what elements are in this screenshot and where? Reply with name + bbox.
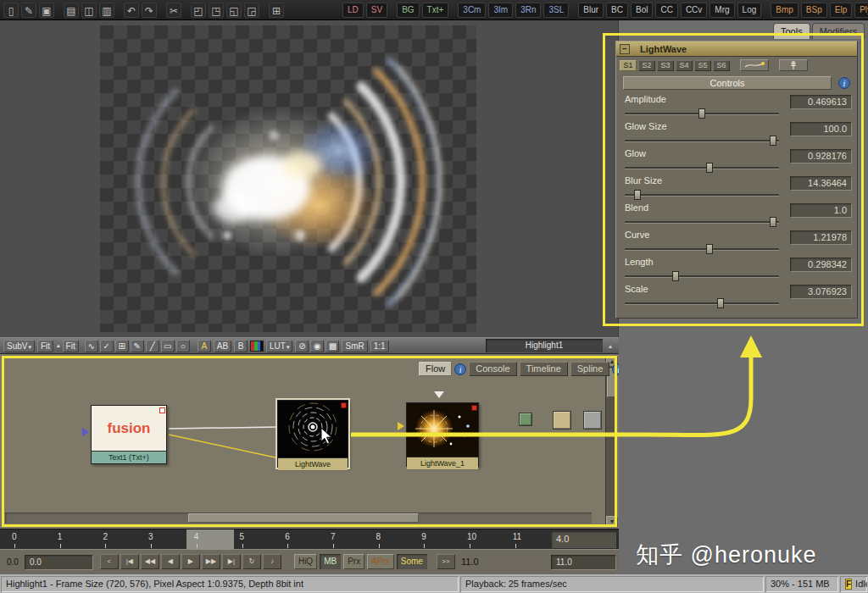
grid-icon[interactable]: ⊞	[269, 3, 284, 18]
tool-button-cc[interactable]: CC	[655, 3, 677, 18]
slider-value-field[interactable]: 1.21978	[790, 230, 851, 244]
slider-value-field[interactable]: 0.298342	[790, 258, 851, 271]
play-reverse-icon[interactable]: ◀	[161, 554, 180, 569]
jump-back-icon[interactable]: <	[100, 554, 119, 569]
tool-button-txt+[interactable]: Txt+	[422, 3, 449, 18]
wave-icon[interactable]: ∿	[85, 340, 98, 352]
tool-button-bmp[interactable]: Bmp	[771, 3, 798, 18]
rectangle-icon[interactable]: ▭	[161, 340, 175, 352]
copy-icon[interactable]: ◫	[81, 3, 97, 18]
fast-reverse-icon[interactable]: ◀◀	[141, 554, 159, 569]
slider-track[interactable]	[625, 275, 779, 277]
tab-controls[interactable]: Controls	[623, 76, 832, 90]
import-icon[interactable]: ▤	[64, 3, 79, 18]
tool-button-3rn[interactable]: 3Rn	[515, 3, 541, 18]
collapse-button[interactable]: −	[620, 44, 630, 54]
quality-mb[interactable]: MB	[320, 554, 341, 569]
tool-button-bsp[interactable]: BSp	[801, 3, 827, 18]
goto-start-icon[interactable]: |◀	[120, 554, 139, 569]
slider-handle[interactable]	[717, 298, 724, 308]
select-icon[interactable]: ✓	[100, 340, 114, 352]
tool-button-bol[interactable]: Bol	[631, 3, 653, 18]
minimized-node-green[interactable]	[519, 413, 532, 426]
tool-button-log[interactable]: Log	[737, 3, 762, 18]
save-icon[interactable]: ▣	[39, 3, 54, 18]
ellipse-icon[interactable]: ○	[176, 340, 190, 352]
quality-some[interactable]: Some	[397, 554, 427, 569]
tool-button-blur[interactable]: Blur	[578, 3, 604, 18]
toolbar-scroll-icon[interactable]: ▴	[605, 342, 615, 350]
layout-right-icon[interactable]: ◳	[209, 3, 224, 18]
tool-button-3cm[interactable]: 3Cm	[458, 3, 486, 18]
minimized-node-gray[interactable]	[583, 411, 602, 430]
new-icon[interactable]: ▯	[3, 3, 19, 18]
tool-button-elp[interactable]: Elp	[830, 3, 852, 18]
info-icon[interactable]: i	[838, 77, 850, 89]
tool-button-mrg[interactable]: Mrg	[709, 3, 734, 18]
scroll-down-icon[interactable]: ▼	[606, 516, 618, 527]
layout-left-icon[interactable]: ◰	[191, 3, 206, 18]
node-input-icon[interactable]	[82, 428, 93, 436]
slider-track[interactable]	[625, 302, 779, 304]
lut-button[interactable]: LUT▾	[266, 340, 292, 352]
layout-quad-icon[interactable]: ◲	[244, 3, 259, 18]
info-icon[interactable]: i	[612, 363, 619, 375]
flow-editor[interactable]: FlowiConsoleTimelineSplinei fusion Text1…	[0, 354, 619, 529]
tab-modifiers[interactable]: Modifiers	[812, 23, 865, 39]
node-lightwave-1[interactable]: LightWave_1	[406, 402, 479, 467]
tool-button-3sl[interactable]: 3SL	[543, 3, 569, 18]
quality-hiq[interactable]: HiQ	[294, 554, 317, 569]
tool-button-bg[interactable]: BG	[397, 3, 419, 18]
view-selector[interactable]: Highlight1	[486, 339, 603, 352]
tool-button-sv[interactable]: SV	[366, 3, 387, 18]
pencil-icon[interactable]: ✎	[131, 340, 144, 352]
slider-value-field[interactable]: 14.36464	[790, 176, 851, 190]
slider-track[interactable]	[625, 221, 779, 223]
subview-button[interactable]: SubV▾	[3, 340, 35, 352]
slider-track[interactable]	[625, 140, 779, 141]
slot-tab-s6[interactable]: S6	[713, 60, 730, 71]
quality-aprx[interactable]: APrx	[367, 554, 394, 569]
slider-track[interactable]	[625, 194, 779, 196]
slot-tab-s3[interactable]: S3	[657, 60, 674, 71]
tab-tools[interactable]: Tools	[773, 23, 810, 39]
slider-track[interactable]	[625, 167, 779, 169]
channel-ab-button[interactable]: AB	[214, 340, 231, 352]
fit-button-right[interactable]: Fit	[63, 340, 79, 352]
tab-timeline[interactable]: Timeline	[520, 362, 568, 376]
node-lightwave[interactable]: LightWave	[277, 400, 348, 468]
line-icon[interactable]: ╱	[146, 340, 159, 352]
checker-underlay-icon[interactable]: ▩	[326, 340, 339, 352]
time-ruler[interactable]: 01234567891011 4.0	[0, 529, 619, 549]
fit-button-left[interactable]: Fit	[37, 340, 53, 352]
slot-tab-s4[interactable]: S4	[676, 60, 693, 71]
tool-button-ply[interactable]: Ply	[854, 3, 868, 18]
slider-handle[interactable]	[706, 244, 713, 254]
alpha-overlay-icon[interactable]: ◉	[310, 340, 324, 352]
play-icon[interactable]: ▶	[181, 554, 200, 569]
grid-icon[interactable]: ⊞	[115, 340, 129, 352]
slider-handle[interactable]	[672, 271, 679, 281]
channel-a-button[interactable]: A	[198, 340, 211, 352]
slider-value-field[interactable]: 0.469613	[790, 95, 851, 108]
layout-split-icon[interactable]: ◱	[226, 3, 242, 18]
panel-header[interactable]: − LightWave	[616, 42, 857, 57]
tool-button-3im[interactable]: 3Im	[488, 3, 513, 18]
minimized-node-tan[interactable]	[553, 411, 571, 430]
slider-handle[interactable]	[634, 190, 641, 200]
spline-edit-icon[interactable]	[740, 59, 769, 71]
undo-icon[interactable]: ↶	[124, 3, 139, 18]
range-end-field[interactable]: 11.0	[551, 555, 615, 569]
step-button[interactable]: >>	[437, 554, 455, 569]
fast-forward-icon[interactable]: ▶▶	[202, 554, 220, 569]
edit-icon[interactable]: ✎	[21, 3, 36, 18]
tool-button-ld[interactable]: LD	[342, 3, 364, 18]
slider-value-field[interactable]: 3.076923	[790, 285, 851, 298]
flow-vertical-scrollbar[interactable]: ▲ ▼	[605, 356, 617, 527]
node-name[interactable]: LightWave	[278, 457, 348, 470]
smooth-resize-button[interactable]: SmR	[342, 340, 367, 352]
slider-track[interactable]	[625, 248, 779, 250]
scrollbar-thumb[interactable]	[188, 513, 419, 523]
color-swatch[interactable]	[250, 341, 264, 352]
slider-handle[interactable]	[698, 108, 705, 119]
